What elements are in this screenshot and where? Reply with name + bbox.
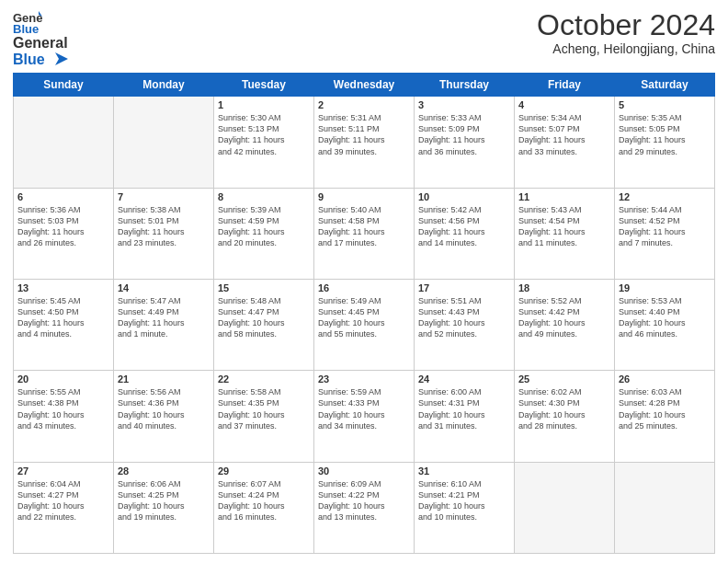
table-row: 24Sunrise: 6:00 AMSunset: 4:31 PMDayligh…	[415, 371, 515, 462]
day-info: Sunrise: 5:53 AMSunset: 4:40 PMDaylight:…	[619, 295, 711, 340]
table-row: 31Sunrise: 6:10 AMSunset: 4:21 PMDayligh…	[415, 462, 515, 553]
table-row: 14Sunrise: 5:47 AMSunset: 4:49 PMDayligh…	[114, 279, 214, 370]
day-info: Sunrise: 5:52 AMSunset: 4:42 PMDaylight:…	[518, 295, 610, 340]
day-number: 21	[118, 373, 210, 385]
header-wednesday: Wednesday	[314, 74, 415, 97]
day-info: Sunrise: 5:56 AMSunset: 4:36 PMDaylight:…	[118, 386, 210, 431]
day-info: Sunrise: 6:03 AMSunset: 4:28 PMDaylight:…	[619, 386, 711, 431]
day-info: Sunrise: 5:42 AMSunset: 4:56 PMDaylight:…	[418, 204, 510, 249]
table-row: 1Sunrise: 5:30 AMSunset: 5:13 PMDaylight…	[214, 97, 314, 188]
table-row: 21Sunrise: 5:56 AMSunset: 4:36 PMDayligh…	[114, 371, 214, 462]
table-row: 3Sunrise: 5:33 AMSunset: 5:09 PMDaylight…	[415, 97, 515, 188]
table-row: 18Sunrise: 5:52 AMSunset: 4:42 PMDayligh…	[515, 279, 615, 370]
day-number: 26	[619, 373, 711, 385]
svg-marker-2	[55, 52, 68, 65]
table-row: 7Sunrise: 5:38 AMSunset: 5:01 PMDaylight…	[114, 188, 214, 279]
day-number: 18	[518, 282, 610, 293]
table-row: 13Sunrise: 5:45 AMSunset: 4:50 PMDayligh…	[14, 279, 114, 370]
day-number: 9	[318, 191, 410, 202]
table-row: 17Sunrise: 5:51 AMSunset: 4:43 PMDayligh…	[415, 279, 515, 370]
table-row: 19Sunrise: 5:53 AMSunset: 4:40 PMDayligh…	[615, 279, 715, 370]
day-info: Sunrise: 5:55 AMSunset: 4:38 PMDaylight:…	[17, 386, 109, 431]
table-row: 2Sunrise: 5:31 AMSunset: 5:11 PMDaylight…	[314, 97, 415, 188]
table-row: 11Sunrise: 5:43 AMSunset: 4:54 PMDayligh…	[515, 188, 615, 279]
calendar-table: Sunday Monday Tuesday Wednesday Thursday…	[13, 73, 715, 554]
calendar-week-row: 20Sunrise: 5:55 AMSunset: 4:38 PMDayligh…	[14, 371, 715, 462]
day-number: 4	[518, 99, 610, 110]
table-row: 5Sunrise: 5:35 AMSunset: 5:05 PMDaylight…	[615, 97, 715, 188]
calendar-week-row: 1Sunrise: 5:30 AMSunset: 5:13 PMDaylight…	[14, 97, 715, 188]
day-number: 17	[418, 282, 510, 293]
table-row: 10Sunrise: 5:42 AMSunset: 4:56 PMDayligh…	[415, 188, 515, 279]
calendar-week-row: 13Sunrise: 5:45 AMSunset: 4:50 PMDayligh…	[14, 279, 715, 370]
day-number: 23	[318, 373, 410, 385]
svg-text:Blue: Blue	[13, 22, 39, 35]
month-title: October 2024	[537, 9, 715, 41]
day-number: 19	[619, 282, 711, 293]
day-number: 27	[17, 465, 109, 477]
logo-icon: General Blue	[13, 9, 42, 35]
logo-general: General	[13, 35, 68, 52]
header-monday: Monday	[114, 74, 214, 97]
day-info: Sunrise: 6:09 AMSunset: 4:22 PMDaylight:…	[318, 478, 410, 523]
day-info: Sunrise: 5:49 AMSunset: 4:45 PMDaylight:…	[318, 295, 410, 340]
header-saturday: Saturday	[615, 74, 715, 97]
table-row: 20Sunrise: 5:55 AMSunset: 4:38 PMDayligh…	[14, 371, 114, 462]
table-row: 25Sunrise: 6:02 AMSunset: 4:30 PMDayligh…	[515, 371, 615, 462]
table-row: 15Sunrise: 5:48 AMSunset: 4:47 PMDayligh…	[214, 279, 314, 370]
day-info: Sunrise: 5:40 AMSunset: 4:58 PMDaylight:…	[318, 204, 410, 249]
day-info: Sunrise: 5:51 AMSunset: 4:43 PMDaylight:…	[418, 295, 510, 340]
day-number: 6	[17, 191, 109, 202]
day-info: Sunrise: 6:02 AMSunset: 4:30 PMDaylight:…	[518, 386, 610, 431]
table-row: 8Sunrise: 5:39 AMSunset: 4:59 PMDaylight…	[214, 188, 314, 279]
table-row: 22Sunrise: 5:58 AMSunset: 4:35 PMDayligh…	[214, 371, 314, 462]
day-info: Sunrise: 6:10 AMSunset: 4:21 PMDaylight:…	[418, 478, 510, 523]
header-sunday: Sunday	[14, 74, 114, 97]
calendar-header-row: Sunday Monday Tuesday Wednesday Thursday…	[14, 74, 715, 97]
day-number: 7	[118, 191, 210, 202]
day-number: 16	[318, 282, 410, 293]
day-info: Sunrise: 6:00 AMSunset: 4:31 PMDaylight:…	[418, 386, 510, 431]
day-info: Sunrise: 5:45 AMSunset: 4:50 PMDaylight:…	[17, 295, 109, 340]
table-row: 9Sunrise: 5:40 AMSunset: 4:58 PMDaylight…	[314, 188, 415, 279]
day-info: Sunrise: 5:31 AMSunset: 5:11 PMDaylight:…	[318, 112, 410, 157]
day-number: 13	[17, 282, 109, 293]
table-row: 29Sunrise: 6:07 AMSunset: 4:24 PMDayligh…	[214, 462, 314, 553]
table-row: 16Sunrise: 5:49 AMSunset: 4:45 PMDayligh…	[314, 279, 415, 370]
day-info: Sunrise: 6:07 AMSunset: 4:24 PMDaylight:…	[218, 478, 310, 523]
location-title: Acheng, Heilongjiang, China	[537, 41, 715, 56]
day-number: 10	[418, 191, 510, 202]
day-info: Sunrise: 5:48 AMSunset: 4:47 PMDaylight:…	[218, 295, 310, 340]
table-row: 4Sunrise: 5:34 AMSunset: 5:07 PMDaylight…	[515, 97, 615, 188]
day-number: 3	[418, 99, 510, 110]
header-tuesday: Tuesday	[214, 74, 314, 97]
day-info: Sunrise: 5:30 AMSunset: 5:13 PMDaylight:…	[218, 112, 310, 157]
day-number: 5	[619, 99, 711, 110]
logo: General Blue General Blue	[13, 9, 68, 67]
day-info: Sunrise: 5:38 AMSunset: 5:01 PMDaylight:…	[118, 204, 210, 249]
header: General Blue General Blue October 2024 A…	[13, 9, 715, 67]
day-number: 14	[118, 282, 210, 293]
calendar-page: General Blue General Blue October 2024 A…	[0, 0, 728, 563]
day-info: Sunrise: 5:43 AMSunset: 4:54 PMDaylight:…	[518, 204, 610, 249]
day-number: 11	[518, 191, 610, 202]
day-number: 22	[218, 373, 310, 385]
day-info: Sunrise: 5:34 AMSunset: 5:07 PMDaylight:…	[518, 112, 610, 157]
header-friday: Friday	[515, 74, 615, 97]
day-number: 28	[118, 465, 210, 477]
table-row	[14, 97, 114, 188]
day-number: 30	[318, 465, 410, 477]
logo-arrow-icon	[48, 52, 68, 65]
day-info: Sunrise: 5:39 AMSunset: 4:59 PMDaylight:…	[218, 204, 310, 249]
calendar-week-row: 27Sunrise: 6:04 AMSunset: 4:27 PMDayligh…	[14, 462, 715, 553]
logo-blue: Blue	[13, 52, 45, 68]
day-info: Sunrise: 5:44 AMSunset: 4:52 PMDaylight:…	[619, 204, 711, 249]
calendar-week-row: 6Sunrise: 5:36 AMSunset: 5:03 PMDaylight…	[14, 188, 715, 279]
day-number: 12	[619, 191, 711, 202]
title-block: October 2024 Acheng, Heilongjiang, China	[537, 9, 715, 56]
table-row	[114, 97, 214, 188]
table-row: 26Sunrise: 6:03 AMSunset: 4:28 PMDayligh…	[615, 371, 715, 462]
day-number: 8	[218, 191, 310, 202]
day-info: Sunrise: 6:06 AMSunset: 4:25 PMDaylight:…	[118, 478, 210, 523]
day-number: 2	[318, 99, 410, 110]
